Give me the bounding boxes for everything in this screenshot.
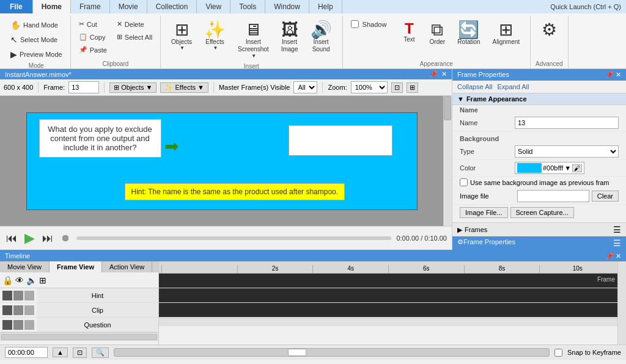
timeline-h-scroll[interactable] <box>0 332 158 341</box>
record-button[interactable]: ⏺ <box>59 231 72 245</box>
tab-frame[interactable]: Frame <box>71 0 110 13</box>
timeline-scroll[interactable] <box>114 348 550 357</box>
question-timeline-track[interactable] <box>159 303 617 318</box>
effects-button[interactable]: ✨ Effects ▼ <box>199 18 231 54</box>
hint-timeline-track[interactable]: Frame <box>159 274 617 288</box>
timeline-icon-group: 🔒 👁 🔈 ⊞ <box>2 275 46 285</box>
advanced-group-label: Advanced <box>536 59 562 68</box>
frame-props-menu-icon[interactable]: ☰ <box>613 238 621 248</box>
tab-movie-view[interactable]: Movie View <box>0 261 50 272</box>
objects-dropdown-button[interactable]: ⊞ Objects ▼ <box>109 82 156 93</box>
rewind-button[interactable]: ⏮ <box>5 231 18 246</box>
delete-icon: ✕ <box>117 20 122 28</box>
color-swatch[interactable]: #00bfff ▼ 🖌 <box>515 162 584 174</box>
zoom-timeline-button[interactable]: 🔍 <box>92 348 109 358</box>
track-question-btn2[interactable] <box>13 320 23 330</box>
snap-checkbox[interactable] <box>554 349 562 357</box>
clear-button[interactable]: Clear <box>592 191 619 202</box>
master-frames-select[interactable]: All <box>293 81 317 93</box>
track-question-btn1[interactable] <box>2 320 12 330</box>
objects-dropdown: ▼ <box>180 45 185 51</box>
bg-type-select[interactable]: Solid <box>515 145 619 158</box>
timeline-v-scrollbar[interactable] <box>617 261 626 344</box>
track-clip-btn1[interactable] <box>2 305 12 315</box>
paste-button[interactable]: 📌 Paste <box>76 44 110 56</box>
tab-view[interactable]: View <box>197 0 230 13</box>
frames-menu-icon[interactable]: ☰ <box>613 225 621 235</box>
rotation-button[interactable]: 🔄 Rotation <box>452 18 485 48</box>
tab-tools[interactable]: Tools <box>230 0 265 13</box>
play-button[interactable]: ▶ <box>23 229 36 247</box>
tab-home[interactable]: Home <box>33 0 71 13</box>
track-clip-controls <box>0 305 37 315</box>
tab-collection[interactable]: Collection <box>147 0 197 13</box>
track-clip-btn2[interactable] <box>13 305 23 315</box>
clip-timeline-track[interactable] <box>159 288 617 303</box>
tab-action-view[interactable]: Action View <box>102 261 152 272</box>
frame-input[interactable]: 13 <box>68 81 99 93</box>
frames-collapse-icon[interactable]: ▶ <box>457 226 462 234</box>
insert-sound-button[interactable]: 🔊 InsertSound <box>305 18 337 56</box>
right-h-scroll[interactable] <box>159 318 617 326</box>
hand-mode-button[interactable]: ✋ Hand Mode <box>7 18 65 32</box>
insert-image-button[interactable]: 🖼 InsertImage <box>276 18 304 56</box>
frame-appearance-section[interactable]: ▼ Frame Appearance <box>452 93 626 105</box>
grid-icon[interactable]: ⊞ <box>39 275 46 285</box>
objects-icon: ⊞ <box>175 21 189 38</box>
track-clip-btn3[interactable] <box>24 305 34 315</box>
text-button[interactable]: T Text <box>396 18 422 46</box>
image-file-button[interactable]: Image File... <box>460 207 508 218</box>
tab-help[interactable]: Help <box>309 0 342 13</box>
alignment-button[interactable]: ⊞ Alignment <box>487 18 525 48</box>
clipboard-group-label: Clipboard <box>76 59 155 68</box>
close-icon[interactable]: ✕ <box>441 70 447 78</box>
color-dropdown[interactable]: ▼ <box>564 164 571 172</box>
zoom-select[interactable]: 100% <box>351 81 388 93</box>
audio-icon[interactable]: 🔈 <box>26 275 37 285</box>
timeline-title: Timeline 📌 ✕ <box>0 251 626 261</box>
tab-movie[interactable]: Movie <box>110 0 147 13</box>
image-icon: 🖼 <box>281 21 298 38</box>
track-hint-btn3[interactable] <box>24 291 34 300</box>
time-input[interactable] <box>5 347 48 358</box>
progress-bar[interactable] <box>76 236 391 240</box>
objects-button[interactable]: ⊞ Objects ▼ <box>166 18 197 54</box>
copy-button[interactable]: 📋 Copy <box>76 31 110 43</box>
name-input[interactable] <box>515 117 619 129</box>
pin-icon[interactable]: 📌 <box>429 70 438 78</box>
insert-screenshot-button[interactable]: 🖥 InsertScreenshot ▼ <box>232 18 274 62</box>
frame-nav-button[interactable]: ⊡ <box>73 348 87 358</box>
preview-mode-button[interactable]: ▶ Preview Mode <box>7 48 65 61</box>
delete-button[interactable]: ✕ Delete <box>114 18 155 30</box>
forward-button[interactable]: ⏭ <box>41 231 54 246</box>
order-button[interactable]: ⧉ Order <box>424 18 451 48</box>
ruler-4s: 4s <box>312 265 388 273</box>
canvas-vertical-scrollbar[interactable] <box>443 96 452 226</box>
shadow-button[interactable]: Shadow <box>348 18 390 30</box>
track-hint-btn2[interactable] <box>13 291 23 300</box>
eye-icon[interactable]: 👁 <box>15 275 24 285</box>
lock-icon[interactable]: 🔒 <box>2 275 13 285</box>
shadow-checkbox[interactable] <box>351 20 359 28</box>
same-bg-checkbox[interactable] <box>460 178 468 186</box>
advanced-button[interactable]: ⚙ <box>536 18 562 42</box>
tab-frame-view[interactable]: Frame View <box>50 261 102 272</box>
tab-window[interactable]: Window <box>265 0 309 13</box>
track-question-btn3[interactable] <box>24 320 34 330</box>
collapse-all-button[interactable]: Collapse All <box>457 83 492 90</box>
fit-view-button[interactable]: ⊡ <box>391 82 403 93</box>
time-up-button[interactable]: ▲ <box>53 348 68 357</box>
expand-all-button[interactable]: Expand All <box>497 83 529 90</box>
select-mode-button[interactable]: ↖ Select Mode <box>7 33 65 46</box>
actual-size-button[interactable]: ⊞ <box>407 82 418 93</box>
canvas-view[interactable]: What do you apply to exclude content fro… <box>0 96 443 226</box>
cut-button[interactable]: ✂ Cut <box>76 18 110 30</box>
tab-file[interactable]: File <box>0 0 33 13</box>
color-pick-button[interactable]: 🖌 <box>572 164 582 172</box>
effects-dropdown-button[interactable]: ✨ Effects ▼ <box>160 82 208 93</box>
hand-icon: ✋ <box>10 20 21 30</box>
track-question: Question <box>0 318 158 332</box>
track-hint-btn1[interactable] <box>2 291 12 300</box>
screen-capture-button[interactable]: Screen Capture... <box>510 207 574 218</box>
select-all-button[interactable]: ⊞ Select All <box>114 31 155 43</box>
